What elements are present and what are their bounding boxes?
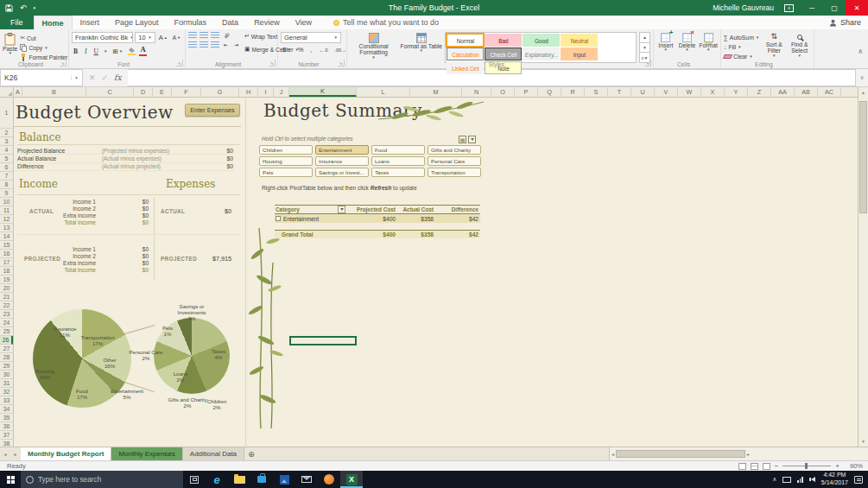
vertical-scrollbar[interactable]: ▲ ▼ — [858, 87, 868, 447]
slicer-food[interactable]: Food — [371, 145, 425, 155]
pivot-row-entertainment[interactable]: -Entertainment$400$358$42 — [275, 214, 480, 223]
pc-status-icon[interactable] — [782, 477, 791, 483]
row-header-27[interactable]: 27 — [0, 345, 13, 353]
row-header-35[interactable]: 35 — [0, 414, 13, 422]
zoom-slider[interactable] — [782, 466, 831, 466]
zoom-in-icon[interactable]: + — [835, 462, 839, 470]
row-header-20[interactable]: 20 — [0, 284, 13, 293]
column-header-r[interactable]: R — [561, 87, 585, 97]
align-middle-icon[interactable] — [200, 32, 208, 38]
font-dialog-launcher-icon[interactable]: ↘ — [176, 60, 183, 67]
font-size-combobox[interactable]: 10▼ — [135, 32, 155, 43]
taskbar-button-excel[interactable]: X — [340, 471, 363, 488]
normal-view-icon[interactable] — [738, 463, 746, 470]
row-header-3[interactable]: 3 — [0, 137, 13, 146]
scroll-up-icon[interactable]: ▲ — [858, 87, 868, 98]
row-header-29[interactable]: 29 — [0, 362, 13, 371]
row-header-14[interactable]: 14 — [0, 232, 13, 241]
row-header-23[interactable]: 23 — [0, 310, 13, 319]
maximize-button[interactable]: ▢ — [823, 0, 846, 16]
taskbar-button-file-explorer[interactable] — [228, 471, 250, 488]
column-header-h[interactable]: H — [239, 87, 258, 97]
column-header-ab[interactable]: AB — [795, 87, 818, 97]
enter-expenses-button[interactable]: Enter Expenses — [185, 104, 240, 117]
network-icon[interactable] — [797, 477, 803, 483]
autosum-button[interactable]: ∑AutoSum▼ — [724, 33, 760, 41]
column-header-l[interactable]: L — [357, 87, 410, 97]
bold-button[interactable]: B — [72, 48, 79, 55]
close-button[interactable]: ✕ — [846, 0, 868, 16]
save-icon[interactable] — [5, 4, 13, 12]
row-header-38[interactable]: 38 — [0, 440, 13, 447]
row-header-8[interactable]: 8 — [0, 181, 13, 189]
font-color-button[interactable]: A — [139, 46, 147, 56]
taskbar-search-box[interactable]: Type here to search — [21, 471, 183, 488]
hidden-icons-chevron[interactable]: ∧ — [772, 476, 776, 483]
column-header-a[interactable]: A — [14, 87, 22, 97]
row-header-1[interactable]: 1 — [0, 98, 13, 129]
row-header-6[interactable]: 6 — [0, 163, 13, 172]
row-header-28[interactable]: 28 — [0, 353, 13, 362]
slicer-taxes[interactable]: Taxes — [371, 168, 425, 177]
row-header-37[interactable]: 37 — [0, 431, 13, 440]
column-header-s[interactable]: S — [585, 87, 608, 97]
format-as-table-button[interactable]: Format as Table ▼ — [400, 32, 442, 54]
zoom-level[interactable]: 90% — [844, 462, 863, 470]
paste-button[interactable]: Paste ▼ — [3, 32, 17, 56]
decrease-decimal-button[interactable]: .00→ — [333, 48, 348, 53]
increase-indent-button[interactable]: ⇥ — [232, 41, 240, 48]
horizontal-scroll-thumb[interactable] — [616, 450, 745, 458]
slicer-pets[interactable]: Pets — [259, 168, 313, 177]
styles-dialog-launcher-icon[interactable]: ↘ — [644, 60, 651, 67]
column-header-f[interactable]: F — [172, 87, 201, 97]
cancel-entry-icon[interactable]: ✕ — [89, 73, 96, 82]
row-header-32[interactable]: 32 — [0, 388, 13, 396]
shrink-font-button[interactable]: A▼ — [171, 35, 182, 41]
slicer-clear-filter-icon[interactable] — [468, 136, 476, 143]
column-header-i[interactable]: I — [258, 87, 274, 97]
horizontal-scrollbar[interactable]: ◂ ▸ — [609, 447, 868, 460]
ribbon-tab-data[interactable]: Data — [214, 16, 246, 29]
number-dialog-launcher-icon[interactable]: ↘ — [338, 60, 345, 67]
selected-cell[interactable] — [289, 336, 357, 345]
row-header-5[interactable]: 5 — [0, 155, 13, 163]
gallery-down-icon[interactable]: ▼ — [639, 43, 650, 54]
taskbar-button-mail[interactable] — [295, 471, 318, 488]
insert-cells-button[interactable]: + Insert ▼ — [656, 32, 675, 53]
customize-quick-access-icon[interactable]: ▾ — [34, 6, 36, 10]
column-header-d[interactable]: D — [134, 87, 153, 97]
undo-icon[interactable]: ↶ — [20, 4, 27, 12]
sheet-tab-monthly-expenses[interactable]: Monthly Expenses — [111, 447, 182, 460]
volume-icon[interactable] — [809, 477, 815, 482]
clear-button[interactable]: Clear▼ — [724, 52, 760, 60]
column-header-q[interactable]: Q — [538, 87, 561, 97]
row-header-10[interactable]: 10 — [0, 198, 13, 206]
row-header-12[interactable]: 12 — [0, 215, 13, 224]
font-name-combobox[interactable]: Franklin Gothic Bk▼ — [72, 32, 133, 43]
decrease-indent-button[interactable]: ⇤ — [222, 41, 230, 48]
ribbon-tab-home[interactable]: Home — [34, 16, 73, 29]
slicer-savings-or-invest[interactable]: Savings or Invest... — [315, 168, 369, 177]
row-header-21[interactable]: 21 — [0, 293, 13, 301]
ribbon-tab-file[interactable]: File — [0, 16, 34, 29]
orientation-button[interactable]: ab — [221, 30, 231, 41]
fill-color-button[interactable] — [128, 47, 136, 56]
column-header-v[interactable]: V — [655, 87, 678, 97]
grow-font-button[interactable]: A▲ — [157, 34, 169, 41]
column-header-c[interactable]: C — [86, 87, 134, 97]
insert-function-icon[interactable]: fx — [114, 73, 121, 82]
row-header-9[interactable]: 9 — [0, 189, 13, 198]
row-header-18[interactable]: 18 — [0, 267, 13, 276]
scroll-down-icon[interactable]: ▼ — [858, 436, 868, 447]
column-header-z[interactable]: Z — [748, 87, 771, 97]
cell-style-neutral[interactable]: Neutral — [561, 34, 598, 47]
row-header-16[interactable]: 16 — [0, 250, 13, 258]
column-header-p[interactable]: P — [515, 87, 538, 97]
row-header-2[interactable]: 2 — [0, 129, 13, 137]
slicer-transportation[interactable]: Transportation — [428, 168, 481, 177]
column-header-w[interactable]: W — [678, 87, 701, 97]
taskbar-button-firefox[interactable] — [318, 471, 340, 488]
taskbar-clock[interactable]: 4:42 PM 5/14/2017 — [821, 472, 848, 487]
column-header-aa[interactable]: AA — [771, 87, 795, 97]
align-right-icon[interactable] — [211, 41, 219, 48]
